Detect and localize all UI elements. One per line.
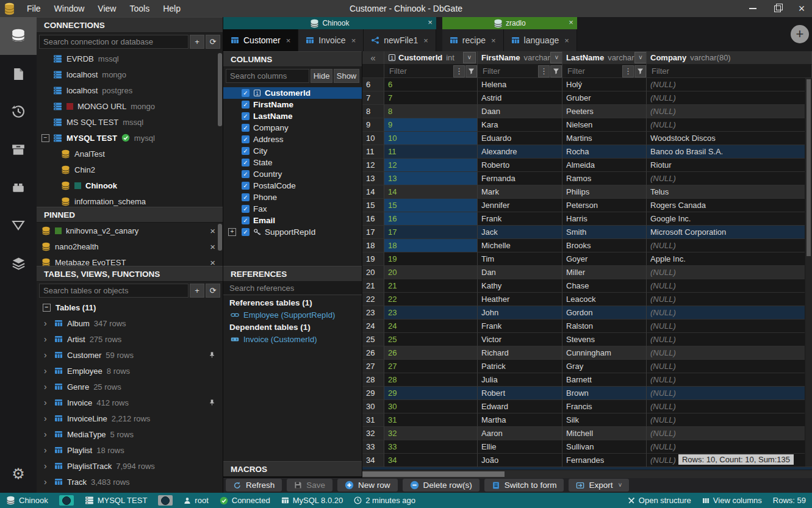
cell-firstname[interactable]: Victor	[478, 333, 562, 346]
cell-company[interactable]: (NULL)	[647, 427, 812, 440]
cell-firstname[interactable]: Eduardo	[478, 132, 562, 145]
tab-language[interactable]: language×	[504, 29, 577, 51]
cell-company[interactable]: Apple Inc.	[647, 252, 812, 266]
cell-customerid[interactable]: 7	[384, 91, 478, 105]
table-item[interactable]: ›Customer59 rows	[37, 347, 223, 363]
cell-lastname[interactable]: Leacock	[562, 293, 647, 306]
pin-icon[interactable]	[209, 399, 215, 406]
cell-customerid[interactable]: 6	[384, 78, 478, 91]
cell-lastname[interactable]: Peterson	[562, 199, 647, 212]
column-checkbox[interactable]: ✓	[242, 170, 250, 178]
column-header-firstname[interactable]: FirstNamevarchar˅	[478, 51, 562, 65]
show-columns-button[interactable]: Show	[334, 69, 359, 83]
chinook-status[interactable]: Chinook	[6, 496, 48, 505]
table-row[interactable]: 2020DanMiller(NULL)	[362, 266, 812, 279]
cell-customerid[interactable]: 23	[384, 306, 478, 320]
table-row[interactable]: 1212RobertoAlmeidaRiotur	[362, 159, 812, 172]
table-row[interactable]: 1616FrankHarrisGoogle Inc.	[362, 212, 812, 226]
pinned-database-item[interactable]: Metabaze EvoTEST×	[37, 254, 223, 266]
cell-firstname[interactable]: Jennifer	[478, 199, 562, 212]
export-button[interactable]: Export˅	[569, 479, 629, 492]
cell-customerid[interactable]: 24	[384, 320, 478, 333]
table-row[interactable]: 1919TimGoyerApple Inc.	[362, 252, 812, 266]
table-item[interactable]: ›Invoice412 rows	[37, 395, 223, 410]
chevron-right-icon[interactable]: ›	[44, 477, 50, 487]
connection-item[interactable]: localhostmongo	[37, 66, 223, 82]
cell-lastname[interactable]: Francis	[562, 400, 647, 413]
cell-firstname[interactable]: Jack	[478, 226, 562, 239]
cell-customerid[interactable]: 33	[384, 440, 478, 454]
filter-menu-icon[interactable]: ⋮	[538, 65, 550, 77]
cell-customerid[interactable]: 25	[384, 333, 478, 346]
restore-icon[interactable]	[773, 4, 781, 13]
cell-company[interactable]: (NULL)	[647, 105, 812, 118]
connection-item[interactable]: Chin2	[37, 162, 223, 177]
tables-group-row[interactable]: −Tables (11)	[37, 299, 223, 315]
table-row[interactable]: 2424FrankRalston(NULL)	[362, 320, 812, 333]
cell-firstname[interactable]: Edward	[478, 400, 562, 413]
table-item[interactable]: ›Employee8 rows	[37, 363, 223, 379]
column-checkbox[interactable]: ✓	[242, 228, 250, 236]
tab-newfile1[interactable]: newFile1×	[364, 29, 436, 51]
pin-icon[interactable]	[209, 351, 215, 359]
cell-company[interactable]: Riotur	[647, 159, 812, 172]
new-row-button[interactable]: New row	[337, 479, 398, 492]
chevron-right-icon[interactable]: ›	[44, 461, 50, 471]
cell-lastname[interactable]: Ralston	[562, 320, 647, 333]
tab-group-header[interactable]: Chinook×	[223, 17, 436, 29]
filter-input[interactable]	[388, 65, 453, 77]
collapse-expander-icon[interactable]: −	[41, 134, 49, 142]
pinned-database-item[interactable]: nano2health×	[37, 238, 223, 254]
filter-menu-icon[interactable]: ⋮	[453, 65, 465, 77]
table-item[interactable]: ›MediaType5 rows	[37, 426, 223, 442]
table-row[interactable]: 77AstridGruber(NULL)	[362, 91, 812, 105]
add-table-button[interactable]: +	[190, 284, 204, 298]
cell-firstname[interactable]: Richard	[478, 346, 562, 360]
table-item[interactable]: ›Album347 rows	[37, 315, 223, 331]
column-item[interactable]: ✓Email	[223, 215, 362, 226]
cell-company[interactable]: (NULL)	[647, 91, 812, 105]
cell-lastname[interactable]: Smith	[562, 226, 647, 239]
cell-firstname[interactable]: Kathy	[478, 279, 562, 293]
table-item[interactable]: ›Artist275 rows	[37, 331, 223, 347]
cell-lastname[interactable]: Barnett	[562, 373, 647, 387]
cell-company[interactable]: Microsoft Corporation	[647, 226, 812, 239]
cell-firstname[interactable]: Heather	[478, 293, 562, 306]
refresh-connections-button[interactable]: ⟳	[206, 35, 220, 49]
menu-tools[interactable]: Tools	[123, 4, 156, 13]
column-checkbox[interactable]: ✓	[242, 205, 250, 213]
cell-lastname[interactable]: Sullivan	[562, 440, 647, 454]
cell-firstname[interactable]: Robert	[478, 387, 562, 400]
cell-lastname[interactable]: Stevens	[562, 333, 647, 346]
connection-item[interactable]: EVRDBmssql	[37, 51, 223, 66]
cell-firstname[interactable]: Patrick	[478, 360, 562, 373]
cell-lastname[interactable]: Miller	[562, 266, 647, 279]
cell-company[interactable]: (NULL)	[647, 239, 812, 252]
query-designer-rail-icon[interactable]	[0, 206, 37, 244]
table-item[interactable]: ›Genre25 rows	[37, 379, 223, 395]
column-item[interactable]: ✓PostalCode	[223, 180, 362, 191]
cell-customerid[interactable]: 21	[384, 279, 478, 293]
connection-item[interactable]: AnalTest	[37, 146, 223, 162]
chevron-right-icon[interactable]: ›	[44, 334, 50, 344]
table-row[interactable]: 3131MarthaSilk(NULL)	[362, 413, 812, 427]
connection-item[interactable]: information_schema	[37, 193, 223, 207]
cell-customerid[interactable]: 30	[384, 400, 478, 413]
cell-customerid[interactable]: 34	[384, 454, 478, 467]
cell-customerid[interactable]: 10	[384, 132, 478, 145]
close-tab-icon[interactable]: ×	[564, 36, 569, 45]
table-row[interactable]: 99KaraNielsen(NULL)	[362, 118, 812, 132]
cell-customerid[interactable]: 12	[384, 159, 478, 172]
databases-rail-icon[interactable]	[0, 17, 37, 55]
cell-company[interactable]: (NULL)	[647, 320, 812, 333]
cell-company[interactable]: (NULL)	[647, 387, 812, 400]
add-connection-button[interactable]: +	[190, 35, 204, 49]
table-row[interactable]: 2323JohnGordon(NULL)	[362, 306, 812, 320]
column-item[interactable]: ✓Company	[223, 122, 362, 134]
cell-firstname[interactable]: João	[478, 454, 562, 467]
refresh-tables-button[interactable]: ⟳	[206, 284, 220, 298]
menu-file[interactable]: File	[20, 4, 48, 13]
expand-icon[interactable]: +	[228, 228, 236, 236]
funnel-icon[interactable]	[550, 65, 562, 77]
cell-customerid[interactable]: 26	[384, 346, 478, 360]
